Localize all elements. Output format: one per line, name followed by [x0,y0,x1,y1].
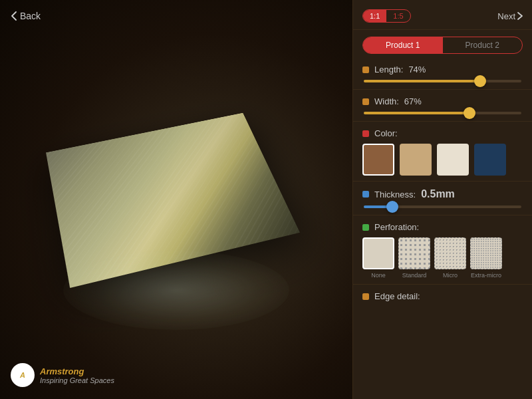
length-thumb[interactable] [474,75,486,87]
thickness-thumb[interactable] [386,201,398,213]
brand-name: Armstrong [40,366,114,376]
thickness-label: Thickness: [374,190,416,200]
perforation-header: Perforation: [362,222,523,232]
width-header: Width: 67% [362,96,523,106]
width-thumb[interactable] [464,107,475,119]
perf-label-standard: Standard [402,272,427,279]
length-section: Length: 74% [353,58,532,90]
perforation-section: Perforation: None Standard Micro Extra-m… [353,215,532,285]
perf-label-micro: Micro [443,272,458,279]
ratio-toggle[interactable]: 1:1 1:5 [362,9,411,23]
color-swatch-tan[interactable] [400,144,432,176]
controls-panel: 1:1 1:5 Next Product 1 Product 2 Length:… [352,0,532,399]
perf-label-extra-micro: Extra-micro [471,272,501,279]
edge-label: Edge detail: [374,291,420,301]
width-dot [362,98,369,105]
perf-micro-wrap: Micro [434,237,466,279]
ratio-1-1[interactable]: 1:1 [363,10,386,22]
thickness-track [364,205,521,208]
length-dot [362,66,369,73]
perf-swatch-extra-micro[interactable] [470,237,502,269]
next-button[interactable]: Next [497,11,523,21]
product-tabs[interactable]: Product 1 Product 2 [362,37,523,54]
edge-header: Edge detail: [362,291,523,301]
width-value: 67% [404,96,422,106]
color-label: Color: [374,128,398,138]
perf-standard-wrap: Standard [398,237,430,279]
length-label: Length: [374,65,403,74]
perf-label-none: None [371,272,386,279]
color-section: Color: [353,122,532,182]
color-swatches [362,144,523,176]
width-slider[interactable] [362,112,523,114]
color-swatch-brown[interactable] [362,144,394,176]
perf-swatch-none[interactable] [362,237,394,269]
tab-product-2[interactable]: Product 2 [443,37,523,53]
top-nav: 1:1 1:5 Next [353,0,532,30]
edge-dot [362,293,369,300]
width-section: Width: 67% [353,90,532,122]
length-value: 74% [408,65,426,74]
tab-product-1[interactable]: Product 1 [363,37,443,53]
length-header: Length: 74% [362,65,523,74]
color-header: Color: [362,128,523,138]
tile-3d-view [50,97,303,310]
width-label: Width: [374,96,399,106]
length-fill [364,80,480,82]
perf-extra-micro-wrap: Extra-micro [470,237,502,279]
length-track [364,80,521,82]
thickness-value: 0.5mm [421,188,455,200]
color-swatch-navy[interactable] [474,144,506,176]
back-label: Back [20,11,41,21]
edge-section: Edge detail: [353,285,532,311]
preview-panel: Back A Armstrong Inspiring Great Spaces [0,0,352,399]
perforation-label: Perforation: [374,222,419,232]
back-button[interactable]: Back [11,11,41,21]
thickness-section: Thickness: 0.5mm [353,182,532,215]
color-swatch-cream[interactable] [437,144,469,176]
perforation-dot [362,224,369,231]
logo-icon: A [11,363,35,387]
perf-none-wrap: None [362,237,394,279]
perf-swatch-standard[interactable] [398,237,430,269]
width-fill [364,112,469,114]
thickness-header: Thickness: 0.5mm [362,188,523,200]
tile-shadow [63,250,289,330]
perforation-swatches: None Standard Micro Extra-micro [362,237,523,279]
length-slider[interactable] [362,80,523,82]
width-track [364,112,521,114]
brand-tagline: Inspiring Great Spaces [40,376,114,384]
color-dot [362,130,369,137]
perf-swatch-micro[interactable] [434,237,466,269]
thickness-slider[interactable] [362,205,523,208]
ratio-1-5[interactable]: 1:5 [386,10,410,22]
logo-area: A Armstrong Inspiring Great Spaces [11,363,114,387]
thickness-dot [362,191,369,198]
